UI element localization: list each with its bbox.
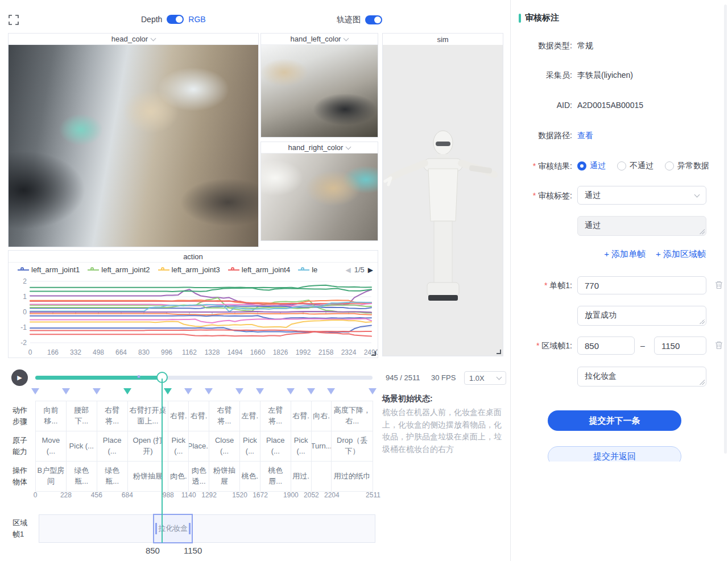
segment-cell[interactable]: 右臂将... — [97, 401, 128, 431]
segment-cell[interactable]: 向右. — [312, 401, 332, 431]
segment-cell[interactable]: 用过. — [291, 462, 312, 492]
depth-rgb-toggle[interactable] — [167, 15, 184, 24]
resize-grip-icon[interactable] — [700, 380, 705, 385]
timeline-marker-2052[interactable] — [307, 388, 315, 394]
timeline-marker-1520[interactable] — [235, 388, 243, 394]
radio-fail[interactable]: 不通过 — [617, 161, 653, 171]
segment-cell[interactable] — [312, 462, 332, 492]
region-start-input[interactable] — [577, 336, 635, 355]
resize-grip-icon[interactable] — [700, 229, 705, 234]
timeline-marker-1900[interactable] — [287, 388, 295, 394]
trajectory-toggle[interactable] — [365, 15, 382, 24]
data-path-link[interactable]: 查看 — [577, 131, 593, 141]
segment-cell[interactable]: 用过的纸巾 — [332, 462, 373, 492]
segment-cell[interactable]: Drop（丢下） — [332, 431, 373, 462]
region-left-handle[interactable] — [155, 523, 157, 534]
segment-cell[interactable]: 右臂. — [291, 401, 312, 431]
legend-item-left_arm_joint1[interactable]: left_arm_joint1 — [18, 265, 80, 274]
play-button[interactable]: ▶ — [11, 369, 28, 386]
segment-cell[interactable]: Close (... — [209, 431, 240, 462]
timeline-marker-1292[interactable] — [205, 388, 213, 394]
panel-scrollbar[interactable] — [724, 5, 727, 454]
legend-prev-icon[interactable]: ◀ — [345, 266, 350, 274]
chart-series-line — [30, 332, 371, 336]
resize-grip-icon[interactable] — [700, 319, 705, 324]
x-tick-label: 830 — [138, 348, 150, 356]
segment-cell[interactable]: B户型房间 — [36, 462, 67, 492]
add-single-frame-link[interactable]: + 添加单帧 — [604, 249, 646, 260]
legend-ring — [301, 267, 304, 271]
legend-item-left_arm_joint3[interactable]: left_arm_joint3 — [158, 265, 220, 274]
region-end-input[interactable] — [654, 336, 706, 355]
timeline-marker-988[interactable] — [164, 388, 172, 394]
segment-cell[interactable]: 左臂将... — [260, 401, 291, 431]
segment-cell[interactable]: 右臂. — [189, 401, 209, 431]
single-frame-note[interactable]: 放置成功 — [577, 306, 706, 326]
legend-page-indicator: 1/5 — [354, 265, 365, 274]
segment-cell[interactable]: Pick (... — [240, 431, 260, 462]
timeline-marker-228[interactable] — [62, 388, 70, 394]
sim-title: sim — [437, 35, 448, 44]
segment-cell[interactable]: Pick (... — [168, 431, 189, 462]
timeline-marker-0[interactable] — [31, 388, 39, 394]
submit-back-button[interactable]: 提交并返回 — [548, 446, 681, 462]
segment-cell[interactable]: Pick (... — [291, 431, 312, 462]
timeline-marker-1140[interactable] — [184, 388, 192, 394]
head-color-select[interactable]: head_color — [9, 34, 258, 45]
timeline-marker-456[interactable] — [93, 388, 101, 394]
speed-select[interactable]: 1.0X — [464, 371, 506, 385]
resize-handle-icon[interactable] — [371, 351, 376, 356]
radio-abnormal[interactable]: 异常数据 — [665, 161, 709, 171]
region-frame-block[interactable]: 拉化妆盒 — [153, 514, 193, 543]
radio-pass[interactable]: 通过 — [577, 161, 606, 171]
timeline-marker-1672[interactable] — [256, 388, 264, 394]
legend-item-le[interactable]: le — [298, 265, 317, 274]
segment-cell[interactable]: Pick (... — [67, 431, 97, 462]
add-region-frame-link[interactable]: + 添加区域帧 — [656, 249, 706, 260]
segment-cell[interactable]: 向前移... — [36, 401, 67, 431]
segment-cell[interactable]: 右臂将... — [209, 401, 240, 431]
timeline-slider[interactable] — [35, 376, 373, 380]
segment-cell[interactable]: 左臂. — [240, 401, 260, 431]
sim-viewport[interactable] — [383, 45, 503, 356]
segment-cell[interactable]: 腰部下... — [67, 401, 97, 431]
timeline-marker-684[interactable] — [123, 388, 131, 394]
resize-handle-icon[interactable] — [497, 350, 501, 354]
segment-cell[interactable]: 绿色瓶... — [67, 462, 97, 492]
single-frame-dot[interactable] — [137, 375, 140, 378]
hand-left-color-select[interactable]: hand_left_color — [261, 34, 378, 45]
delete-region-frame-icon[interactable] — [714, 340, 723, 350]
legend-item-left_arm_joint2[interactable]: left_arm_joint2 — [88, 265, 150, 274]
segment-cell[interactable]: 桃色. — [240, 462, 260, 492]
delete-single-frame-icon[interactable] — [714, 280, 723, 289]
row-cells: Move (...Pick (...Place (...Open (打开)Pic… — [35, 431, 373, 462]
review-tag-select[interactable]: 通过 — [577, 186, 706, 205]
segment-cell[interactable]: Turn... — [312, 431, 332, 462]
legend-item-left_arm_joint4[interactable]: left_arm_joint4 — [228, 265, 290, 274]
segment-cell[interactable]: 肉色. — [168, 462, 189, 492]
single-frame-input[interactable] — [577, 276, 706, 294]
segment-cell[interactable]: Place.. — [189, 431, 209, 462]
segment-cell[interactable]: 高度下降，右... — [332, 401, 373, 431]
segment-cell[interactable]: Place (... — [97, 431, 128, 462]
segment-cell[interactable]: Place (... — [260, 431, 291, 462]
legend-ring — [90, 267, 94, 271]
review-tag-note[interactable]: 通过 — [577, 216, 706, 236]
timeline-marker-2204[interactable] — [327, 388, 335, 394]
submit-next-button[interactable]: 提交并下一条 — [548, 410, 681, 431]
legend-next-icon[interactable]: ▶ — [368, 266, 373, 274]
review-result-radios: 通过 不通过 异常数据 — [577, 161, 709, 171]
segment-cell[interactable]: Move (... — [36, 431, 67, 462]
segment-cell[interactable]: 桃色唇... — [260, 462, 291, 492]
segment-cell[interactable]: 肉色透... — [189, 462, 209, 492]
region-frame-bar[interactable]: 拉化妆盒 — [39, 514, 375, 543]
hand-right-color-select[interactable]: hand_right_color — [261, 142, 378, 153]
fullscreen-icon[interactable] — [8, 14, 19, 26]
segment-cell[interactable]: 粉饼抽屉 — [209, 462, 240, 492]
region-right-handle[interactable] — [189, 523, 191, 534]
region-frame-note[interactable]: 拉化妆盒 — [577, 367, 706, 387]
legend-label: left_arm_joint2 — [101, 265, 150, 274]
segment-cell[interactable]: 绿色瓶... — [97, 462, 128, 492]
timeline-marker-2511[interactable] — [369, 388, 377, 394]
segment-cell[interactable]: 右臂. — [168, 401, 189, 431]
